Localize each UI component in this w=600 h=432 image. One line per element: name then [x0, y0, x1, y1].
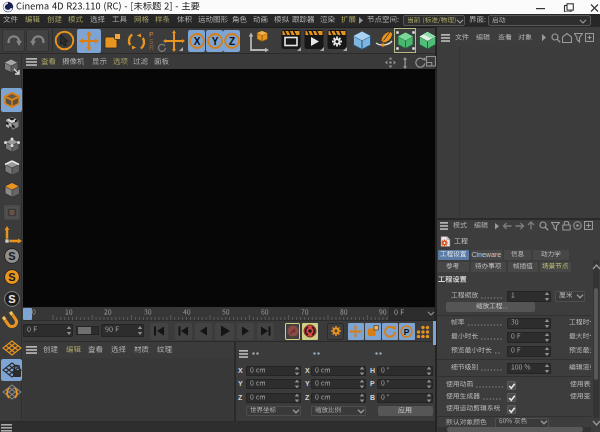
- svg-text:X: X: [194, 36, 201, 47]
- svg-text:P: P: [404, 327, 410, 337]
- svg-text:S: S: [8, 271, 15, 283]
- svg-text:S: S: [8, 250, 15, 262]
- svg-text:S: S: [8, 293, 15, 305]
- svg-text:R: R: [149, 44, 154, 51]
- svg-text:Y: Y: [211, 36, 218, 47]
- svg-text:Z: Z: [229, 36, 235, 47]
